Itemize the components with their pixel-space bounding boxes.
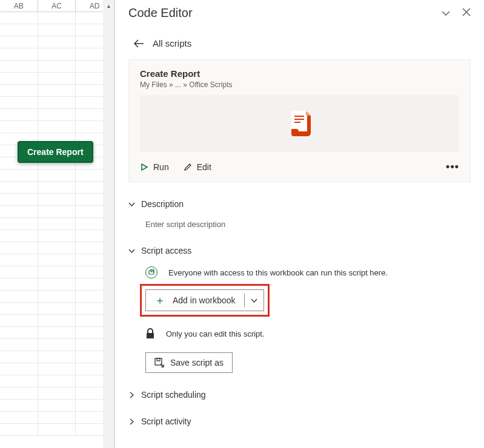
table-row[interactable] xyxy=(0,291,114,303)
cell[interactable] xyxy=(0,48,38,60)
cell[interactable] xyxy=(38,73,76,84)
table-row[interactable] xyxy=(0,303,114,315)
cell[interactable] xyxy=(0,400,38,411)
cell[interactable] xyxy=(0,24,38,36)
table-row[interactable] xyxy=(0,194,114,206)
more-menu[interactable]: ••• xyxy=(446,160,459,173)
table-row[interactable] xyxy=(0,182,114,194)
cell[interactable] xyxy=(0,85,38,96)
table-row[interactable] xyxy=(0,315,114,327)
cell[interactable] xyxy=(38,206,76,217)
cell[interactable] xyxy=(0,194,38,205)
cell[interactable] xyxy=(38,24,76,36)
cell[interactable] xyxy=(38,291,76,302)
cell[interactable] xyxy=(0,375,38,387)
table-row[interactable] xyxy=(0,387,114,400)
cell[interactable] xyxy=(38,266,76,278)
table-row[interactable] xyxy=(0,36,114,48)
cell[interactable] xyxy=(0,36,38,48)
table-row[interactable] xyxy=(0,266,114,278)
section-script-access-header[interactable]: Script access xyxy=(128,246,471,255)
cell[interactable] xyxy=(38,400,76,411)
cell[interactable] xyxy=(0,387,38,399)
table-row[interactable] xyxy=(0,230,114,242)
cell[interactable] xyxy=(0,363,38,375)
cell[interactable] xyxy=(38,339,76,351)
cell[interactable] xyxy=(0,73,38,84)
cell[interactable] xyxy=(38,36,76,48)
table-row[interactable] xyxy=(0,109,114,121)
cell[interactable] xyxy=(38,387,76,399)
cell[interactable] xyxy=(38,303,76,314)
section-script-activity-header[interactable]: Script activity xyxy=(128,417,471,426)
cell[interactable] xyxy=(38,12,76,24)
cell[interactable] xyxy=(38,230,76,242)
collapse-panel-icon[interactable] xyxy=(440,8,451,19)
cell[interactable] xyxy=(0,109,38,120)
cell[interactable] xyxy=(0,97,38,108)
table-row[interactable] xyxy=(0,363,114,375)
cell[interactable] xyxy=(38,182,76,193)
cell[interactable] xyxy=(38,351,76,363)
cell[interactable] xyxy=(38,61,76,72)
cell[interactable] xyxy=(0,230,38,242)
cell[interactable] xyxy=(0,351,38,363)
save-script-as-button[interactable]: Save script as xyxy=(145,352,233,373)
cell[interactable] xyxy=(0,303,38,314)
cell[interactable] xyxy=(0,266,38,278)
column-header[interactable]: AB xyxy=(0,0,38,12)
cell[interactable] xyxy=(0,206,38,217)
table-row[interactable] xyxy=(0,12,114,24)
cell[interactable] xyxy=(38,48,76,60)
table-row[interactable] xyxy=(0,170,114,182)
table-row[interactable] xyxy=(0,218,114,230)
table-row[interactable] xyxy=(0,424,114,436)
cell[interactable] xyxy=(38,170,76,181)
run-button[interactable]: Run xyxy=(140,162,169,172)
cell[interactable] xyxy=(0,315,38,326)
table-row[interactable] xyxy=(0,375,114,387)
back-row[interactable]: All scripts xyxy=(128,31,471,59)
table-row[interactable] xyxy=(0,254,114,266)
table-row[interactable] xyxy=(0,73,114,85)
cell[interactable] xyxy=(0,182,38,193)
table-row[interactable] xyxy=(0,121,114,133)
add-in-workbook-button[interactable]: ＋ Add in workbook xyxy=(145,289,264,311)
cell[interactable] xyxy=(0,339,38,351)
cell[interactable] xyxy=(38,254,76,266)
description-placeholder[interactable]: Enter script description xyxy=(145,220,471,229)
cell[interactable] xyxy=(38,363,76,375)
cell[interactable] xyxy=(0,291,38,302)
table-row[interactable] xyxy=(0,24,114,36)
table-row[interactable] xyxy=(0,327,114,339)
cell[interactable] xyxy=(0,61,38,72)
back-arrow-icon[interactable] xyxy=(133,39,144,48)
cell[interactable] xyxy=(38,242,76,254)
section-script-scheduling-header[interactable]: Script scheduling xyxy=(128,390,471,400)
cell[interactable] xyxy=(0,424,38,435)
cell[interactable] xyxy=(0,278,38,290)
table-row[interactable] xyxy=(0,97,114,109)
cell[interactable] xyxy=(38,121,76,133)
create-report-button[interactable]: Create Report xyxy=(18,141,93,163)
table-row[interactable] xyxy=(0,61,114,73)
edit-button[interactable]: Edit xyxy=(184,162,211,172)
table-row[interactable] xyxy=(0,48,114,61)
table-row[interactable] xyxy=(0,278,114,291)
table-row[interactable] xyxy=(0,339,114,351)
cell[interactable] xyxy=(38,218,76,229)
cell[interactable] xyxy=(0,254,38,266)
vertical-scrollbar[interactable]: ▴ xyxy=(103,0,114,448)
cell[interactable] xyxy=(38,194,76,205)
table-row[interactable] xyxy=(0,242,114,254)
cell[interactable] xyxy=(38,85,76,96)
scroll-up-arrow-icon[interactable]: ▴ xyxy=(103,0,114,11)
table-row[interactable] xyxy=(0,412,114,424)
cell[interactable] xyxy=(0,121,38,133)
cell[interactable] xyxy=(38,424,76,435)
cell[interactable] xyxy=(38,412,76,423)
cell[interactable] xyxy=(0,412,38,423)
cell[interactable] xyxy=(38,109,76,120)
cell[interactable] xyxy=(0,327,38,338)
section-description-header[interactable]: Description xyxy=(128,199,471,209)
